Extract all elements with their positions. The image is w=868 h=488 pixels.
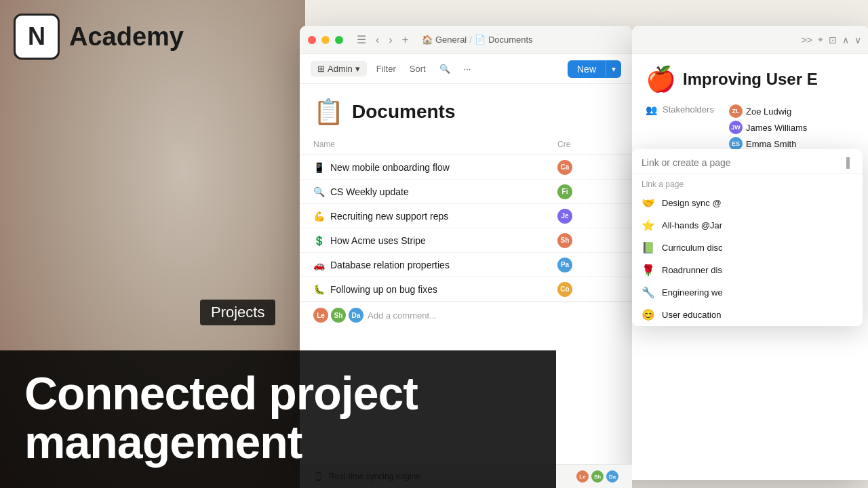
avatar-mini: ZL <box>729 104 743 118</box>
row-icon: 💲 <box>313 235 325 246</box>
search-icon[interactable]: 🔍 <box>435 61 454 77</box>
link-dropdown: ▌ Link a page 🤝 Design sync @ ⭐ All-hand… <box>632 149 863 326</box>
stakeholders-chips: ZL Zoe Ludwig JW James Williams ES Emma … <box>729 104 856 150</box>
new-button[interactable]: New ▾ <box>568 60 621 78</box>
breadcrumb-sep: / <box>469 35 472 45</box>
cursor-icon[interactable]: ⌖ <box>818 34 823 45</box>
link-item[interactable]: 🔧 Engineering we <box>632 281 863 304</box>
table-row[interactable]: 🐛 Following up on bug fixes Co <box>300 277 632 302</box>
doc-chrome: >> ⌖ ⊡ ∧ ∨ <box>632 26 868 54</box>
link-item-label: Curriculum disc <box>662 243 723 253</box>
back-icon[interactable]: ‹ <box>373 33 382 47</box>
notion-toolbar: ⊞ Admin ▾ Filter Sort 🔍 ··· New ▾ <box>300 54 632 84</box>
link-dropdown-header: ▌ <box>632 149 863 174</box>
avatar: Da <box>606 470 618 483</box>
avatar: Sh <box>557 233 572 248</box>
table-rows-container: 📱 New mobile onboarding flow Ca 🔍 CS Wee… <box>300 155 632 302</box>
link-item-label: Design sync @ <box>662 198 722 208</box>
table-row[interactable]: 💲 How Acme uses Stripe Sh <box>300 228 632 253</box>
layout-icon[interactable]: ⊡ <box>829 35 837 45</box>
row-name-text: CS Weekly update <box>330 186 409 197</box>
page-icon: 📋 <box>313 98 344 126</box>
row-icon: 🚗 <box>313 260 325 270</box>
stakeholders-row: 👥 Stakeholders ZL Zoe Ludwig JW James Wi… <box>646 104 856 150</box>
row-name-text: Following up on bug fixes <box>330 284 437 295</box>
person-chip: ZL Zoe Ludwig <box>729 104 791 118</box>
person-name: Emma Smith <box>746 139 796 149</box>
link-item-label: All-hands @Jar <box>662 220 722 230</box>
row-icon: 🐛 <box>313 284 325 295</box>
doc-title-area: 🍎 Improving User E <box>646 65 856 94</box>
link-item[interactable]: 📗 Curriculum disc <box>632 237 863 259</box>
row-name-text: Recruiting new support reps <box>330 211 448 222</box>
link-item[interactable]: 🤝 Design sync @ <box>632 192 863 214</box>
col-creator-header: Cre <box>557 137 618 152</box>
window-nav: ☰ ‹ › + <box>354 32 411 47</box>
avatar-mini: ES <box>729 137 743 150</box>
link-item-icon: 📗 <box>642 241 655 254</box>
link-item-label: User education <box>662 310 721 320</box>
expand-icon[interactable]: >> <box>802 35 812 45</box>
add-icon[interactable]: + <box>399 33 411 47</box>
person-name: Zoe Ludwig <box>746 106 791 117</box>
doc-title: Improving User E <box>683 70 818 89</box>
minimize-button[interactable] <box>321 36 330 44</box>
chevron-up-icon[interactable]: ∧ <box>842 35 849 45</box>
sort-button[interactable]: Sort <box>406 61 430 77</box>
comment-avatars: LeShDa <box>313 308 363 323</box>
link-item[interactable]: ⭐ All-hands @Jar <box>632 214 863 237</box>
link-item-label: Roadrunner dis <box>662 265 722 275</box>
avatar: Fi <box>557 184 572 199</box>
breadcrumb-home[interactable]: General <box>435 35 467 45</box>
link-search-input[interactable] <box>642 156 844 169</box>
home-icon: 🏠 <box>422 35 433 45</box>
hamburger-icon[interactable]: ☰ <box>354 32 369 47</box>
sync-avatars: LeShDa <box>576 470 618 483</box>
forward-icon[interactable]: › <box>386 33 395 47</box>
avatar: Da <box>349 308 363 323</box>
person-chip: ES Emma Smith <box>729 137 796 150</box>
stakeholders-icon: 👥 <box>646 104 657 115</box>
table-row[interactable]: 💪 Recruiting new support reps Je <box>300 204 632 228</box>
link-item-icon: 🌹 <box>642 264 655 277</box>
link-item-label: Engineering we <box>662 287 723 298</box>
person-name: James Williams <box>746 123 807 133</box>
avatar: Pa <box>557 258 572 272</box>
table-row[interactable]: 📱 New mobile onboarding flow Ca <box>300 155 632 180</box>
table-row[interactable]: 🚗 Database relation properties Pa <box>300 253 632 277</box>
link-section-title: Link a page <box>632 174 863 192</box>
row-name-text: New mobile onboarding flow <box>330 162 450 173</box>
page-title: Documents <box>352 101 455 123</box>
admin-button[interactable]: ⊞ Admin ▾ <box>311 61 367 77</box>
row-name-text: How Acme uses Stripe <box>330 235 426 246</box>
avatar: Le <box>313 308 328 323</box>
headline-overlay: Connected project management <box>0 350 556 488</box>
chevron-down-icon[interactable]: ∨ <box>854 35 861 45</box>
close-button[interactable] <box>308 36 316 44</box>
headline: Connected project management <box>24 369 532 466</box>
filter-button[interactable]: Filter <box>372 61 400 77</box>
breadcrumb: 🏠 General / 📄 Documents <box>422 35 533 45</box>
page-header: 📋 Documents <box>300 84 632 134</box>
row-icon: 🔍 <box>313 186 325 197</box>
avatar: Co <box>557 282 572 297</box>
window-chrome: ☰ ‹ › + 🏠 General / 📄 Documents <box>300 26 632 54</box>
row-icon: 📱 <box>313 162 325 173</box>
row-icon: 💪 <box>313 211 325 222</box>
projects-label: Projects <box>200 300 275 325</box>
more-options-icon[interactable]: ··· <box>460 61 475 77</box>
avatar: Je <box>557 209 572 224</box>
maximize-button[interactable] <box>335 36 343 44</box>
doc-nav-right: >> ⌖ ⊡ ∧ ∨ <box>802 34 861 45</box>
stakeholders-label: Stakeholders <box>663 104 724 115</box>
breadcrumb-page[interactable]: Documents <box>488 35 533 45</box>
link-item-icon: ⭐ <box>642 219 655 232</box>
link-item-icon: 😊 <box>642 308 655 321</box>
doc-emoji: 🍎 <box>646 65 676 94</box>
link-item[interactable]: 🌹 Roadrunner dis <box>632 259 863 281</box>
link-item[interactable]: 😊 User education <box>632 304 863 326</box>
avatar: Ca <box>557 160 572 175</box>
add-comment-label[interactable]: Add a comment... <box>368 310 437 321</box>
table-row[interactable]: 🔍 CS Weekly update Fi <box>300 180 632 204</box>
col-name-header: Name <box>313 137 557 152</box>
